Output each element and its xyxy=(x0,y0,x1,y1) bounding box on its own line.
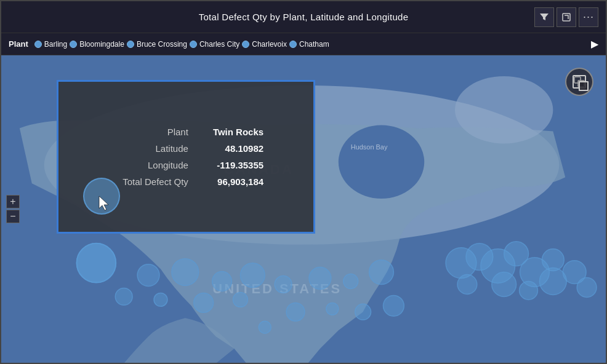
svg-point-34 xyxy=(492,272,517,297)
legend-item-bloomingdale: Bloomingdale xyxy=(70,40,124,49)
legend-item-chatham: Chatham xyxy=(289,40,329,49)
cursor-indicator xyxy=(97,195,111,215)
svg-point-11 xyxy=(172,259,199,286)
svg-point-23 xyxy=(154,293,167,306)
header-controls: ··· xyxy=(534,7,598,27)
svg-point-3 xyxy=(455,76,553,144)
legend-dot-charlevoix xyxy=(242,41,249,48)
tooltip-defect-label: Total Defect Qty xyxy=(108,176,188,187)
legend-dot-bruce-crossing xyxy=(127,41,134,48)
legend-label: Plant xyxy=(9,39,28,49)
svg-point-21 xyxy=(383,295,404,316)
filter-button[interactable] xyxy=(534,7,554,27)
svg-point-25 xyxy=(233,292,247,307)
svg-point-24 xyxy=(194,293,214,312)
chart-header: Total Defect Qty by Plant, Latitude and … xyxy=(1,1,606,33)
legend-item-bruce-crossing: Bruce Crossing xyxy=(127,40,187,49)
zoom-controls: + − xyxy=(6,195,20,223)
svg-point-15 xyxy=(309,267,331,290)
svg-text:Hudson Bay: Hudson Bay xyxy=(351,143,388,151)
svg-rect-0 xyxy=(563,14,570,21)
dashboard-container: Total Defect Qty by Plant, Latitude and … xyxy=(0,0,607,364)
tooltip-plant-value: Twin Rocks xyxy=(213,127,263,137)
svg-point-10 xyxy=(137,264,159,287)
tooltip-plant-row: Plant Twin Rocks xyxy=(108,127,263,137)
svg-point-17 xyxy=(369,260,394,285)
tooltip-plant-label: Plant xyxy=(108,127,188,137)
svg-point-20 xyxy=(355,304,371,320)
tooltip-longitude-row: Longitude -119.35355 xyxy=(108,160,263,170)
scale-control-button[interactable] xyxy=(565,68,593,96)
svg-point-13 xyxy=(240,263,265,288)
legend-name-charles-city: Charles City xyxy=(199,40,239,49)
legend-name-charlevoix: Charlevoix xyxy=(252,40,287,49)
zoom-out-button[interactable]: − xyxy=(6,210,20,223)
svg-point-18 xyxy=(286,303,305,321)
legend-item-charles-city: Charles City xyxy=(190,40,239,49)
svg-point-9 xyxy=(77,243,116,283)
tooltip-defect-row: Total Defect Qty 96,903,184 xyxy=(108,176,263,187)
zoom-in-button[interactable]: + xyxy=(6,195,20,208)
mouse-cursor-icon xyxy=(97,195,111,212)
legend-name-bruce-crossing: Bruce Crossing xyxy=(137,40,187,49)
more-options-button[interactable]: ··· xyxy=(579,7,598,27)
tooltip-longitude-value: -119.35355 xyxy=(217,160,263,170)
legend-dot-chatham xyxy=(289,41,297,48)
svg-point-38 xyxy=(577,278,597,298)
tooltip-latitude-value: 48.10982 xyxy=(225,143,264,154)
expand-button[interactable] xyxy=(557,7,576,27)
legend-bar: Plant Barling Bloomingdale Bruce Crossin… xyxy=(1,33,606,55)
chart-title: Total Defect Qty by Plant, Latitude and … xyxy=(199,12,409,22)
legend-name-barling: Barling xyxy=(44,40,67,49)
tooltip-latitude-label: Latitude xyxy=(108,143,188,154)
svg-point-26 xyxy=(259,321,271,333)
svg-point-19 xyxy=(326,303,339,315)
svg-rect-39 xyxy=(574,77,581,83)
legend-next-arrow[interactable]: ▶ xyxy=(591,38,598,50)
svg-point-14 xyxy=(275,276,292,293)
legend-dot-barling xyxy=(34,41,42,48)
tooltip-latitude-row: Latitude 48.10982 xyxy=(108,143,263,154)
legend-name-bloomingdale: Bloomingdale xyxy=(79,40,124,49)
svg-point-35 xyxy=(520,282,538,300)
tooltip-defect-value: 96,903,184 xyxy=(217,176,263,187)
map-tooltip: Plant Twin Rocks Latitude 48.10982 Longi… xyxy=(57,80,315,234)
legend-name-chatham: Chatham xyxy=(299,40,329,49)
legend-item-barling: Barling xyxy=(34,40,67,49)
legend-dot-bloomingdale xyxy=(70,41,77,48)
svg-point-22 xyxy=(115,288,132,305)
svg-point-16 xyxy=(344,274,358,289)
scale-control-icon xyxy=(573,75,586,89)
map-area[interactable]: Hudson Bay CANADA UNITED STATES xyxy=(1,55,606,363)
svg-point-12 xyxy=(212,272,232,291)
legend-item-charlevoix: Charlevoix xyxy=(242,40,287,49)
svg-rect-40 xyxy=(578,81,584,87)
svg-point-33 xyxy=(457,275,477,295)
tooltip-longitude-label: Longitude xyxy=(108,160,188,170)
legend-dot-charles-city xyxy=(190,41,197,48)
svg-point-4 xyxy=(339,125,424,199)
